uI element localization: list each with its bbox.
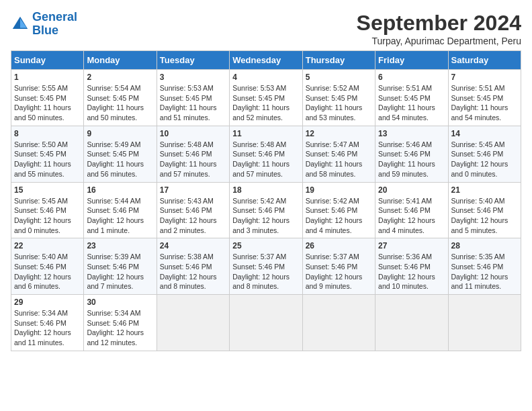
day-detail: Sunrise: 5:51 AM Sunset: 5:45 PM Dayligh… [451,83,518,123]
logo: General Blue [11,11,77,38]
day-detail: Sunrise: 5:47 AM Sunset: 5:46 PM Dayligh… [306,140,372,179]
day-number: 17 [160,185,226,195]
day-detail: Sunrise: 5:45 AM Sunset: 5:46 PM Dayligh… [451,140,518,179]
day-number: 5 [306,73,372,82]
day-detail: Sunrise: 5:45 AM Sunset: 5:46 PM Dayligh… [14,196,81,236]
day-number: 8 [14,129,81,138]
day-detail: Sunrise: 5:53 AM Sunset: 5:45 PM Dayligh… [232,83,299,123]
calendar-cell: 9 Sunrise: 5:49 AM Sunset: 5:45 PM Dayli… [84,126,157,182]
day-number: 23 [87,241,153,250]
calendar-cell: 3 Sunrise: 5:53 AM Sunset: 5:45 PM Dayli… [157,70,229,126]
day-number: 4 [232,73,299,82]
day-number: 6 [378,73,445,82]
day-detail: Sunrise: 5:54 AM Sunset: 5:45 PM Dayligh… [87,83,153,123]
day-number: 16 [87,185,153,195]
calendar-cell: 28 Sunrise: 5:35 AM Sunset: 5:46 PM Dayl… [448,238,521,295]
day-detail: Sunrise: 5:34 AM Sunset: 5:46 PM Dayligh… [87,308,153,348]
logo-text: General Blue [32,11,77,38]
day-number: 14 [451,129,518,138]
day-detail: Sunrise: 5:52 AM Sunset: 5:45 PM Dayligh… [306,83,372,123]
day-number: 9 [87,129,153,138]
day-detail: Sunrise: 5:40 AM Sunset: 5:46 PM Dayligh… [451,196,518,236]
day-number: 21 [451,185,518,195]
calendar-cell: 17 Sunrise: 5:43 AM Sunset: 5:46 PM Dayl… [157,182,229,238]
weekday-header-saturday: Saturday [448,51,521,70]
calendar-cell: 23 Sunrise: 5:39 AM Sunset: 5:46 PM Dayl… [84,238,157,295]
calendar-cell [375,295,448,351]
calendar-cell: 30 Sunrise: 5:34 AM Sunset: 5:46 PM Dayl… [84,295,157,351]
calendar-cell: 2 Sunrise: 5:54 AM Sunset: 5:45 PM Dayli… [84,70,157,126]
weekday-header-row: SundayMondayTuesdayWednesdayThursdayFrid… [11,51,521,70]
day-number: 22 [14,241,81,250]
calendar-week-row-1: 1 Sunrise: 5:55 AM Sunset: 5:45 PM Dayli… [11,70,521,126]
calendar-cell: 22 Sunrise: 5:40 AM Sunset: 5:46 PM Dayl… [11,238,84,295]
day-detail: Sunrise: 5:37 AM Sunset: 5:46 PM Dayligh… [232,252,299,291]
month-title: September 2024 [357,11,521,36]
day-number: 15 [14,185,81,195]
day-number: 28 [451,241,518,250]
calendar-cell: 6 Sunrise: 5:51 AM Sunset: 5:45 PM Dayli… [375,70,448,126]
page-header: General Blue September 2024 Turpay, Apur… [11,11,521,46]
calendar-cell: 18 Sunrise: 5:42 AM Sunset: 5:46 PM Dayl… [230,182,302,238]
title-block: September 2024 Turpay, Apurimac Departme… [357,11,521,46]
day-number: 18 [232,185,299,195]
day-detail: Sunrise: 5:49 AM Sunset: 5:45 PM Dayligh… [87,140,153,179]
day-number: 24 [160,241,226,250]
calendar-cell: 20 Sunrise: 5:41 AM Sunset: 5:46 PM Dayl… [375,182,448,238]
day-detail: Sunrise: 5:37 AM Sunset: 5:46 PM Dayligh… [306,252,372,291]
logo-line1: General [32,10,77,24]
weekday-header-friday: Friday [375,51,448,70]
calendar-cell: 4 Sunrise: 5:53 AM Sunset: 5:45 PM Dayli… [230,70,302,126]
calendar-cell: 29 Sunrise: 5:34 AM Sunset: 5:46 PM Dayl… [11,295,84,351]
day-detail: Sunrise: 5:48 AM Sunset: 5:46 PM Dayligh… [160,140,226,179]
day-number: 25 [232,241,299,250]
calendar-cell [448,295,521,351]
calendar-cell: 7 Sunrise: 5:51 AM Sunset: 5:45 PM Dayli… [448,70,521,126]
calendar-cell: 27 Sunrise: 5:36 AM Sunset: 5:46 PM Dayl… [375,238,448,295]
calendar-cell [157,295,229,351]
calendar-cell: 11 Sunrise: 5:48 AM Sunset: 5:46 PM Dayl… [230,126,302,182]
weekday-header-wednesday: Wednesday [230,51,302,70]
day-number: 7 [451,73,518,82]
calendar-cell: 24 Sunrise: 5:38 AM Sunset: 5:46 PM Dayl… [157,238,229,295]
day-number: 3 [160,73,226,82]
day-number: 2 [87,73,153,82]
day-number: 19 [306,185,372,195]
day-detail: Sunrise: 5:40 AM Sunset: 5:46 PM Dayligh… [14,252,81,291]
day-number: 27 [378,241,445,250]
calendar-cell: 19 Sunrise: 5:42 AM Sunset: 5:46 PM Dayl… [302,182,375,238]
location-subtitle: Turpay, Apurimac Department, Peru [357,36,521,46]
day-number: 13 [378,129,445,138]
calendar-cell: 10 Sunrise: 5:48 AM Sunset: 5:46 PM Dayl… [157,126,229,182]
calendar-cell: 1 Sunrise: 5:55 AM Sunset: 5:45 PM Dayli… [11,70,84,126]
calendar-cell: 8 Sunrise: 5:50 AM Sunset: 5:45 PM Dayli… [11,126,84,182]
logo-icon [11,15,30,34]
calendar-cell: 26 Sunrise: 5:37 AM Sunset: 5:46 PM Dayl… [302,238,375,295]
day-detail: Sunrise: 5:34 AM Sunset: 5:46 PM Dayligh… [14,308,81,348]
calendar-cell: 16 Sunrise: 5:44 AM Sunset: 5:46 PM Dayl… [84,182,157,238]
calendar-cell: 14 Sunrise: 5:45 AM Sunset: 5:46 PM Dayl… [448,126,521,182]
day-detail: Sunrise: 5:42 AM Sunset: 5:46 PM Dayligh… [232,196,299,236]
logo-line2: Blue [32,24,58,37]
calendar-cell: 15 Sunrise: 5:45 AM Sunset: 5:46 PM Dayl… [11,182,84,238]
calendar-week-row-4: 22 Sunrise: 5:40 AM Sunset: 5:46 PM Dayl… [11,238,521,295]
calendar-table: SundayMondayTuesdayWednesdayThursdayFrid… [11,50,521,351]
day-detail: Sunrise: 5:51 AM Sunset: 5:45 PM Dayligh… [378,83,445,123]
day-number: 12 [306,129,372,138]
day-number: 1 [14,73,81,82]
calendar-cell [302,295,375,351]
day-detail: Sunrise: 5:35 AM Sunset: 5:46 PM Dayligh… [451,252,518,291]
day-detail: Sunrise: 5:38 AM Sunset: 5:46 PM Dayligh… [160,252,226,291]
calendar-week-row-2: 8 Sunrise: 5:50 AM Sunset: 5:45 PM Dayli… [11,126,521,182]
day-detail: Sunrise: 5:48 AM Sunset: 5:46 PM Dayligh… [232,140,299,179]
calendar-cell: 12 Sunrise: 5:47 AM Sunset: 5:46 PM Dayl… [302,126,375,182]
weekday-header-monday: Monday [84,51,157,70]
calendar-cell [230,295,302,351]
day-detail: Sunrise: 5:42 AM Sunset: 5:46 PM Dayligh… [306,196,372,236]
calendar-cell: 25 Sunrise: 5:37 AM Sunset: 5:46 PM Dayl… [230,238,302,295]
day-detail: Sunrise: 5:44 AM Sunset: 5:46 PM Dayligh… [87,196,153,236]
day-number: 10 [160,129,226,138]
day-number: 29 [14,298,81,307]
day-detail: Sunrise: 5:43 AM Sunset: 5:46 PM Dayligh… [160,196,226,236]
day-detail: Sunrise: 5:36 AM Sunset: 5:46 PM Dayligh… [378,252,445,291]
